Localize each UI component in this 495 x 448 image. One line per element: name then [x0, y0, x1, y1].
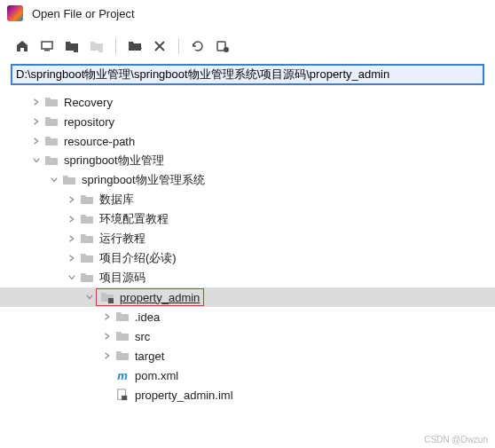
svg-rect-9 — [122, 396, 127, 400]
delete-icon[interactable] — [148, 35, 171, 57]
folder-icon — [80, 252, 94, 264]
chevron-right-icon[interactable] — [101, 330, 114, 342]
tree-label: 数据库 — [99, 192, 134, 208]
tree-label: 项目介绍(必读) — [99, 250, 177, 266]
tree-item-springboot2[interactable]: springboot物业管理系统 — [0, 170, 495, 190]
tree-item-runtut[interactable]: 运行教程 — [0, 229, 495, 248]
module-icon[interactable] — [85, 35, 108, 57]
svg-rect-3 — [98, 48, 103, 52]
folder-icon — [44, 115, 59, 128]
path-input[interactable]: D:\springboot物业管理\springboot物业管理系统\项目源码\… — [11, 64, 484, 85]
chevron-down-icon[interactable] — [83, 291, 96, 303]
svg-rect-1 — [44, 50, 50, 51]
folder-icon — [44, 96, 59, 108]
maven-icon: m — [115, 369, 130, 381]
project-icon[interactable] — [60, 35, 83, 57]
svg-rect-2 — [74, 48, 78, 52]
chevron-right-icon[interactable] — [66, 252, 78, 264]
toolbar-separator — [115, 38, 116, 54]
svg-rect-7 — [108, 298, 114, 303]
tree-label: springboot物业管理系统 — [82, 172, 205, 188]
folder-icon — [44, 135, 59, 147]
folder-icon — [80, 213, 94, 225]
highlighted-selection: property_admin — [96, 288, 204, 306]
app-icon — [7, 5, 23, 21]
chevron-right-icon[interactable] — [66, 232, 78, 245]
toolbar-separator — [178, 38, 179, 54]
chevron-down-icon[interactable] — [48, 174, 60, 186]
tree-item-idea[interactable]: .idea — [0, 307, 495, 326]
tree-item-src[interactable]: src — [0, 326, 495, 346]
chevron-right-icon[interactable] — [30, 115, 43, 128]
desktop-icon[interactable] — [35, 35, 59, 57]
home-icon[interactable] — [11, 35, 34, 57]
tree-item-envtut[interactable]: 环境配置教程 — [0, 209, 495, 229]
tree-label: property_admin.iml — [135, 389, 233, 402]
tree-item-database[interactable]: 数据库 — [0, 190, 495, 209]
tree-label: resource-path — [64, 135, 135, 148]
watermark: CSDN @Dwzun — [424, 435, 488, 444]
chevron-right-icon[interactable] — [101, 310, 114, 323]
folder-icon — [115, 330, 130, 342]
tree-label: springboot物业管理 — [64, 153, 164, 169]
module-file-icon — [115, 389, 130, 401]
project-folder-icon — [100, 291, 114, 303]
tree-label: .idea — [135, 310, 160, 324]
tree-item-resource-path[interactable]: resource-path — [0, 131, 495, 151]
tree-item-repository[interactable]: repository — [0, 112, 495, 131]
tree-item-sourcecode[interactable]: 项目源码 — [0, 268, 495, 287]
folder-icon — [115, 310, 130, 323]
folder-icon — [62, 174, 76, 186]
tree-item-iml[interactable]: property_admin.iml — [0, 385, 495, 405]
folder-icon — [80, 232, 94, 245]
tree-label: target — [135, 350, 164, 363]
chevron-down-icon[interactable] — [66, 271, 78, 284]
chevron-right-icon[interactable] — [30, 96, 43, 108]
file-tree: Recovery repository resource-path spring… — [0, 89, 495, 405]
folder-icon — [44, 154, 59, 167]
tree-label: 项目源码 — [99, 270, 145, 286]
folder-icon — [80, 271, 94, 284]
chevron-right-icon[interactable] — [101, 350, 114, 362]
tree-item-recovery[interactable]: Recovery — [0, 92, 495, 112]
toolbar: + — [0, 32, 495, 60]
svg-rect-0 — [42, 42, 52, 49]
tree-label: 环境配置教程 — [99, 211, 169, 227]
svg-point-6 — [224, 47, 229, 52]
window-title: Open File or Project — [32, 7, 135, 20]
tree-label: property_admin — [120, 291, 200, 304]
tree-item-target[interactable]: target — [0, 346, 495, 365]
tree-item-springboot1[interactable]: springboot物业管理 — [0, 151, 495, 170]
tree-label: 运行教程 — [99, 231, 145, 247]
tree-label: pom.xml — [135, 369, 178, 382]
refresh-icon[interactable] — [186, 35, 209, 57]
chevron-right-icon[interactable] — [66, 213, 78, 225]
svg-text:+: + — [138, 44, 142, 53]
tree-item-intro[interactable]: 项目介绍(必读) — [0, 248, 495, 268]
tree-item-property-admin[interactable]: property_admin — [0, 287, 495, 307]
tree-label: src — [135, 330, 150, 343]
new-folder-icon[interactable]: + — [123, 35, 146, 57]
chevron-right-icon[interactable] — [66, 193, 78, 206]
show-hidden-icon[interactable] — [211, 35, 234, 57]
folder-icon — [80, 193, 94, 206]
chevron-down-icon[interactable] — [30, 154, 43, 167]
tree-label: Recovery — [64, 96, 113, 109]
chevron-right-icon[interactable] — [30, 135, 43, 147]
tree-item-pom[interactable]: m pom.xml — [0, 365, 495, 385]
tree-label: repository — [64, 115, 114, 129]
folder-icon — [115, 350, 130, 362]
